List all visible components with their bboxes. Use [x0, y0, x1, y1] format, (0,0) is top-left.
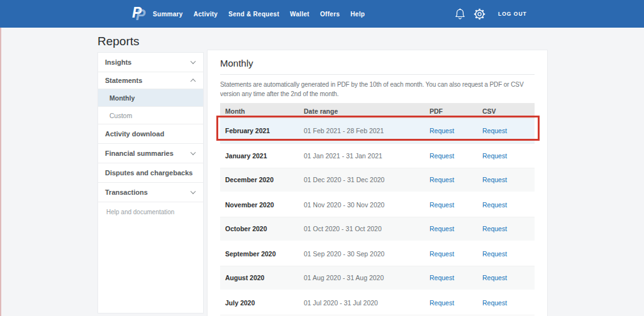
pdf-request-link[interactable]: Request: [430, 299, 454, 307]
top-nav: P P SummaryActivitySend & RequestWalletO…: [0, 0, 644, 28]
sidebar-item-label: Monthly: [109, 94, 135, 102]
statement-row: August 202001 Aug 2020 - 31 Aug 2020Requ…: [220, 266, 535, 290]
statement-row: September 202001 Sep 2020 - 30 Sep 2020R…: [220, 241, 535, 266]
month-cell: January 2021: [220, 143, 299, 168]
chevron-down-icon: [191, 150, 196, 155]
sidebar-item-label: Activity download: [105, 130, 164, 138]
sidebar-item-label: Custom: [109, 112, 132, 119]
csv-request-link[interactable]: Request: [482, 201, 507, 209]
pdf-cell: Request: [425, 290, 477, 315]
page-title: Reports: [97, 35, 140, 48]
pdf-request-link[interactable]: Request: [430, 225, 454, 232]
sidebar-item-label: Transactions: [105, 188, 148, 196]
sidebar: InsightsStatementsMonthlyCustomActivity …: [98, 53, 203, 313]
pdf-cell: Request: [425, 266, 477, 290]
pdf-cell: Request: [425, 241, 477, 266]
sidebar-item-disputes-and-chargebacks[interactable]: Disputes and chargebacks: [98, 163, 203, 183]
pdf-request-link[interactable]: Request: [430, 201, 454, 209]
sidebar-item-financial-summaries[interactable]: Financial summaries: [98, 144, 203, 163]
date-range-cell: 01 Oct 2020 - 31 Oct 2020: [299, 217, 425, 241]
pdf-cell: Request: [425, 119, 477, 143]
date-range-cell: 01 Feb 2021 - 28 Feb 2021: [299, 119, 425, 143]
chevron-up-icon: [191, 79, 196, 84]
logout-button[interactable]: LOG OUT: [498, 11, 527, 17]
pdf-request-link[interactable]: Request: [430, 250, 454, 258]
date-range-cell: 01 Nov 2020 - 30 Nov 2020: [299, 192, 425, 217]
paypal-logo[interactable]: P P: [132, 6, 148, 23]
statement-row: January 202101 Jan 2021 - 31 Jan 2021Req…: [220, 143, 535, 168]
nav-right-cluster: LOG OUT: [455, 0, 527, 28]
csv-request-link[interactable]: Request: [482, 274, 507, 281]
statement-row: July 202001 Jul 2020 - 31 Jul 2020Reques…: [220, 290, 535, 315]
pdf-request-link[interactable]: Request: [430, 176, 454, 183]
table-body: February 202101 Feb 2021 - 28 Feb 2021Re…: [220, 119, 535, 315]
column-header-date-range: Date range: [299, 103, 425, 119]
pdf-cell: Request: [425, 168, 477, 192]
notifications-bell-icon[interactable]: [455, 8, 465, 20]
statement-row: October 202001 Oct 2020 - 31 Oct 2020Req…: [220, 217, 535, 241]
sidebar-item-custom[interactable]: Custom: [98, 107, 203, 124]
sidebar-item-transactions[interactable]: Transactions: [98, 183, 203, 202]
sidebar-item-activity-download[interactable]: Activity download: [98, 124, 203, 144]
nav-item-activity[interactable]: Activity: [194, 11, 218, 18]
csv-cell: Request: [477, 290, 535, 315]
date-range-cell: 01 Jul 2020 - 31 Jul 2020: [299, 290, 425, 315]
section-description: Statements are automatically generated i…: [220, 75, 535, 103]
pdf-request-link[interactable]: Request: [430, 152, 454, 160]
paypal-logo-front-p: P: [136, 8, 145, 23]
statements-panel: Monthly Statements are automatically gen…: [208, 50, 547, 316]
table-header-row: MonthDate rangePDFCSV: [220, 103, 535, 119]
month-cell: November 2020: [220, 192, 299, 217]
sidebar-item-label: Disputes and chargebacks: [105, 169, 192, 177]
settings-gear-icon[interactable]: [474, 8, 486, 20]
column-header-pdf: PDF: [425, 103, 477, 119]
csv-request-link[interactable]: Request: [482, 152, 507, 160]
sidebar-item-label: Help and documentation: [106, 209, 174, 215]
pdf-cell: Request: [425, 192, 477, 217]
statement-row: November 202001 Nov 2020 - 30 Nov 2020Re…: [220, 192, 535, 217]
csv-cell: Request: [477, 192, 535, 217]
month-cell: October 2020: [220, 217, 299, 241]
sidebar-item-monthly[interactable]: Monthly: [98, 89, 203, 107]
nav-item-wallet[interactable]: Wallet: [290, 11, 309, 18]
date-range-cell: 01 Sep 2020 - 30 Sep 2020: [299, 241, 425, 266]
primary-nav: SummaryActivitySend & RequestWalletOffer…: [153, 0, 365, 28]
statement-row: December 202001 Dec 2020 - 31 Dec 2020Re…: [220, 168, 535, 192]
csv-request-link[interactable]: Request: [482, 127, 507, 134]
csv-cell: Request: [477, 168, 535, 192]
statements-table: MonthDate rangePDFCSV February 202101 Fe…: [220, 103, 535, 315]
month-cell: July 2020: [220, 290, 299, 315]
nav-item-send-request[interactable]: Send & Request: [228, 11, 279, 18]
sidebar-item-label: Statements: [105, 77, 142, 84]
date-range-cell: 01 Dec 2020 - 31 Dec 2020: [299, 168, 425, 192]
month-cell: December 2020: [220, 168, 299, 192]
pdf-request-link[interactable]: Request: [430, 127, 454, 134]
sidebar-item-label: Insights: [105, 58, 131, 66]
csv-cell: Request: [477, 217, 535, 241]
csv-request-link[interactable]: Request: [482, 225, 507, 232]
pdf-request-link[interactable]: Request: [430, 274, 454, 281]
nav-item-help[interactable]: Help: [350, 11, 365, 18]
sidebar-item-label: Financial summaries: [105, 150, 174, 157]
statement-row: February 202101 Feb 2021 - 28 Feb 2021Re…: [220, 119, 535, 143]
csv-request-link[interactable]: Request: [482, 250, 507, 258]
nav-item-offers[interactable]: Offers: [320, 11, 340, 18]
chevron-down-icon: [191, 189, 196, 194]
csv-request-link[interactable]: Request: [482, 176, 507, 183]
date-range-cell: 01 Aug 2020 - 31 Aug 2020: [299, 266, 425, 290]
sidebar-item-insights[interactable]: Insights: [98, 53, 203, 72]
sidebar-item-statements[interactable]: Statements: [98, 72, 203, 89]
column-header-month: Month: [220, 103, 299, 119]
pdf-cell: Request: [425, 143, 477, 168]
month-cell: September 2020: [220, 241, 299, 266]
csv-cell: Request: [477, 119, 535, 143]
left-edge-line: [0, 28, 1, 316]
csv-cell: Request: [477, 266, 535, 290]
month-cell: August 2020: [220, 266, 299, 290]
pdf-cell: Request: [425, 217, 477, 241]
csv-cell: Request: [477, 241, 535, 266]
sidebar-item-help-and-documentation[interactable]: Help and documentation: [98, 202, 203, 221]
nav-item-summary[interactable]: Summary: [153, 11, 183, 18]
csv-request-link[interactable]: Request: [482, 299, 507, 307]
date-range-cell: 01 Jan 2021 - 31 Jan 2021: [299, 143, 425, 168]
